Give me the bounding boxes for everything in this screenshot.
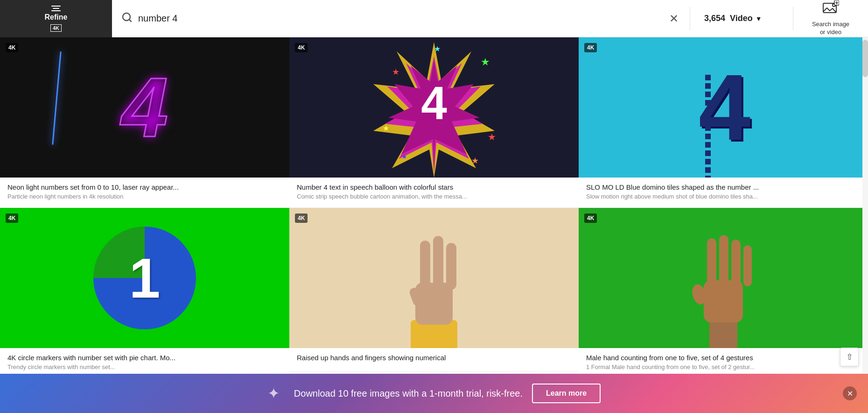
- learn-more-button[interactable]: Learn more: [532, 384, 601, 403]
- chevron-down-icon: ▼: [756, 15, 762, 22]
- svg-rect-23: [446, 243, 456, 290]
- svg-text:★: ★: [471, 156, 479, 165]
- svg-rect-28: [719, 235, 728, 286]
- starburst-svg: 4 ★ ★ ★ ★ ★ ★ ★: [364, 37, 504, 178]
- badge-4k-2: 4K: [295, 43, 308, 52]
- video-dropdown[interactable]: Video ▼: [730, 14, 762, 23]
- card-info-1: Neon light numbers set from 0 to 10, las…: [0, 178, 289, 208]
- video-card-4[interactable]: 4K 1 4K circle markers with number set w…: [0, 208, 289, 378]
- header: Refine 4K ✕ 3,654 Video ▼: [0, 0, 868, 37]
- card-subtitle-3: Slow motion right above medium shot of b…: [586, 193, 861, 200]
- video-thumbnail-3: 4K 4: [579, 37, 868, 178]
- svg-line-1: [129, 19, 131, 21]
- svg-rect-27: [707, 238, 716, 287]
- svg-text:★: ★: [383, 124, 389, 132]
- scrollbar-track[interactable]: [862, 37, 868, 413]
- search-icon: [121, 12, 133, 26]
- badge-4k-3: 4K: [584, 43, 597, 52]
- promo-close-button[interactable]: ✕: [843, 386, 857, 400]
- svg-text:★: ★: [488, 132, 496, 142]
- refine-icon: [51, 6, 61, 11]
- card-info-5: Raised up hands and fingers showing nume…: [289, 348, 579, 371]
- video-card-2[interactable]: 4K 4 ★ ★ ★ ★ ★ ★ ★: [289, 37, 579, 208]
- video-grid: 4K 4 Neon light numbers set from 0 to 10…: [0, 37, 868, 378]
- video-label: Video: [730, 14, 753, 23]
- pie-circle: 1: [93, 227, 196, 329]
- search-input[interactable]: [138, 13, 662, 24]
- card-title-6: Male hand counting from one to five, set…: [586, 354, 861, 362]
- video-card-5[interactable]: 4K: [289, 208, 579, 378]
- badge-4k-1: 4K: [6, 43, 18, 52]
- svg-rect-29: [731, 240, 741, 286]
- video-thumbnail-6: 4K: [579, 208, 868, 348]
- card-title-3: SLO MO LD Blue domino tiles shaped as th…: [586, 183, 861, 191]
- svg-text:4: 4: [421, 77, 447, 129]
- clear-search-button[interactable]: ✕: [667, 10, 680, 27]
- svg-text:★: ★: [392, 67, 399, 77]
- pie-number: 1: [129, 246, 161, 310]
- promo-text: Download 10 free images with a 1-month t…: [294, 388, 523, 399]
- search-by-image-button[interactable]: Search imageor video: [793, 0, 868, 36]
- svg-rect-21: [420, 241, 430, 290]
- result-count: 3,654: [704, 14, 725, 23]
- video-thumbnail-2: 4K 4 ★ ★ ★ ★ ★ ★ ★: [289, 37, 579, 178]
- count-video-area: 3,654 Video ▼: [690, 14, 793, 23]
- video-card-6[interactable]: 4K: [579, 208, 868, 378]
- svg-text:★: ★: [401, 153, 407, 160]
- card-title-5: Raised up hands and fingers showing nume…: [297, 354, 571, 362]
- video-card-1[interactable]: 4K 4 Neon light numbers set from 0 to 10…: [0, 37, 289, 208]
- video-card-3[interactable]: 4K 4 SLO MO LD Blue domino tiles shaped …: [579, 37, 868, 208]
- refine-4k-badge: 4K: [50, 24, 62, 32]
- hand-count-svg: [653, 208, 793, 348]
- badge-4k-6: 4K: [584, 214, 597, 223]
- svg-rect-30: [743, 245, 752, 286]
- card-title-1: Neon light numbers set from 0 to 10, las…: [7, 183, 282, 191]
- promo-banner: ✦ Download 10 free images with a 1-month…: [0, 374, 868, 413]
- badge-4k-4: 4K: [6, 214, 18, 223]
- card-info-2: Number 4 text in speech balloon with col…: [289, 178, 579, 208]
- card-subtitle-1: Particle neon light numbers in 4k resolu…: [7, 193, 282, 200]
- video-thumbnail-4: 4K 1: [0, 208, 289, 348]
- svg-text:★: ★: [434, 45, 441, 53]
- card-subtitle-2: Comic strip speech bubble cartoon animat…: [297, 193, 571, 200]
- search-area: ✕: [112, 10, 690, 27]
- scroll-up-button[interactable]: ⇧: [840, 348, 859, 366]
- card-title-4: 4K circle markers with number set with p…: [7, 354, 282, 362]
- main-content: 4K 4 Neon light numbers set from 0 to 10…: [0, 37, 868, 413]
- video-thumbnail-1: 4K 4: [0, 37, 289, 178]
- card-info-3: SLO MO LD Blue domino tiles shaped as th…: [579, 178, 868, 208]
- svg-text:★: ★: [481, 56, 490, 68]
- refine-label: Refine: [45, 13, 68, 21]
- badge-4k-5: 4K: [295, 214, 308, 223]
- scrollbar-thumb[interactable]: [862, 40, 868, 77]
- card-subtitle-6: 1 Formal Male hand counting from one to …: [586, 363, 861, 370]
- video-thumbnail-5: 4K: [289, 208, 579, 348]
- refine-button[interactable]: Refine 4K: [0, 0, 112, 37]
- card-subtitle-4: Trendy circle markers with number set...: [7, 363, 282, 370]
- hand-svg: [364, 208, 504, 348]
- search-image-label: Search imageor video: [812, 21, 849, 36]
- svg-rect-22: [433, 236, 443, 287]
- search-image-icon: [822, 0, 839, 19]
- card-title-2: Number 4 text in speech balloon with col…: [297, 183, 571, 191]
- promo-plus-icon: ✦: [267, 385, 280, 402]
